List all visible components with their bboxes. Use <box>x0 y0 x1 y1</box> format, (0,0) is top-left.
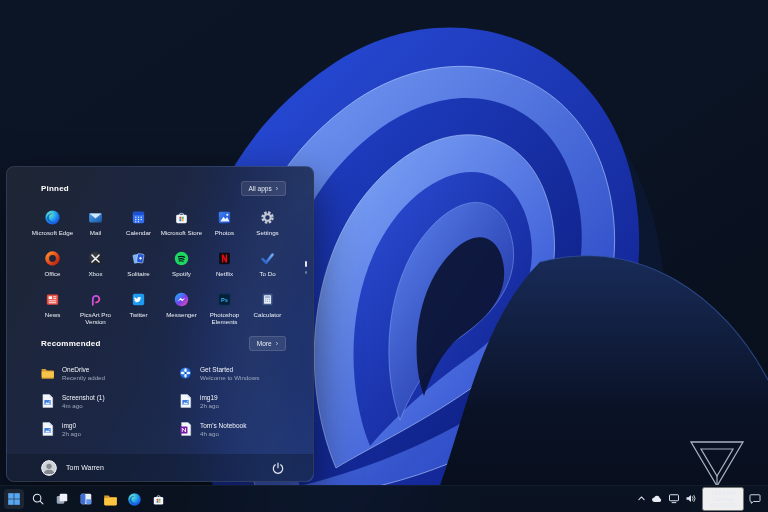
pinned-header: Pinned <box>41 184 69 193</box>
pinned-app-solitaire[interactable]: Solitaire <box>117 246 160 287</box>
pinned-app-picsart[interactable]: PicsArt Pro Version <box>74 287 117 335</box>
recommended-title: Tom's Notebook <box>200 422 246 429</box>
pinned-app-calculator[interactable]: Calculator <box>246 287 289 335</box>
recommended-subtitle: 2h ago <box>62 430 81 437</box>
photoshop-elements-icon: Ps <box>216 291 233 308</box>
app-label: Photoshop Elements <box>205 311 245 325</box>
search-button[interactable] <box>28 489 48 509</box>
chevron-right-icon: › <box>276 186 278 192</box>
recommended-item-toms-notebook[interactable]: Tom's Notebook 4h ago <box>179 415 303 443</box>
pinned-app-settings[interactable]: Settings <box>246 205 289 246</box>
calendar-icon <box>130 209 147 226</box>
settings-icon <box>259 209 276 226</box>
microsoft-store-icon <box>173 209 190 226</box>
image-file-icon <box>41 421 54 437</box>
widgets-button[interactable] <box>76 489 96 509</box>
pinned-app-to-do[interactable]: To Do <box>246 246 289 287</box>
recommended-subtitle: 4m ago <box>62 402 105 409</box>
notification-bubble-icon <box>749 493 761 504</box>
xbox-icon <box>87 250 104 267</box>
recommended-item-onedrive[interactable]: OneDrive Recently added <box>41 359 179 387</box>
taskbar: 12:54 PM Tuesday 6/15/2021 <box>0 485 768 512</box>
mail-icon <box>87 209 104 226</box>
start-button[interactable] <box>4 489 24 509</box>
pinned-app-grid: Microsoft Edge Mail <box>31 205 289 335</box>
store-taskbar-button[interactable] <box>148 489 168 509</box>
system-tray: 12:54 PM Tuesday 6/15/2021 <box>637 487 768 512</box>
clock-button[interactable]: 12:54 PM Tuesday 6/15/2021 <box>702 487 744 512</box>
pinned-app-spotify[interactable]: Spotify <box>160 246 203 287</box>
onedrive-cloud-icon <box>651 494 663 504</box>
more-button[interactable]: More › <box>249 336 286 351</box>
image-file-icon <box>179 393 192 409</box>
user-name: Tom Warren <box>66 464 104 471</box>
pinned-app-mail[interactable]: Mail <box>74 205 117 246</box>
photos-icon <box>216 209 233 226</box>
page-dot <box>305 271 308 274</box>
all-apps-label: All apps <box>249 185 272 192</box>
twitter-icon <box>130 291 147 308</box>
more-label: More <box>257 340 272 347</box>
task-view-button[interactable] <box>52 489 72 509</box>
file-explorer-button[interactable] <box>100 489 120 509</box>
messenger-icon <box>173 291 190 308</box>
recommended-item-img19[interactable]: img19 2h ago <box>179 387 303 415</box>
app-label: Microsoft Store <box>161 229 203 236</box>
pinned-app-news[interactable]: News <box>31 287 74 335</box>
power-icon <box>270 460 286 476</box>
app-label: To Do <box>259 270 275 277</box>
recommended-header-row: Recommended More › <box>41 336 286 351</box>
pinned-app-netflix[interactable]: Netflix <box>203 246 246 287</box>
pinned-app-microsoft-edge[interactable]: Microsoft Edge <box>31 205 74 246</box>
start-user-bar: Tom Warren <box>7 454 313 481</box>
news-icon <box>44 291 61 308</box>
pinned-app-xbox[interactable]: Xbox <box>74 246 117 287</box>
pinned-app-calendar[interactable]: Calendar <box>117 205 160 246</box>
edge-taskbar-button[interactable] <box>124 489 144 509</box>
all-apps-button[interactable]: All apps › <box>241 181 286 196</box>
spotify-icon <box>173 250 190 267</box>
network-tray-button[interactable] <box>668 493 680 504</box>
microsoft-edge-icon <box>44 209 61 226</box>
notifications-button[interactable] <box>749 493 761 504</box>
pinned-app-messenger[interactable]: Messenger <box>160 287 203 335</box>
office-icon <box>44 250 61 267</box>
file-explorer-icon <box>103 492 118 507</box>
image-file-icon <box>41 393 54 409</box>
app-label: Office <box>44 270 60 277</box>
netflix-icon <box>216 250 233 267</box>
chevron-right-icon: › <box>276 341 278 347</box>
user-avatar <box>41 460 57 476</box>
onenote-file-icon <box>179 421 192 437</box>
app-label: Spotify <box>172 270 191 277</box>
pinned-page-indicator[interactable] <box>305 261 308 274</box>
to-do-icon <box>259 250 276 267</box>
user-profile-button[interactable]: Tom Warren <box>41 460 104 476</box>
pinned-app-photoshop-elements[interactable]: Ps Photoshop Elements <box>203 287 246 335</box>
app-label: Xbox <box>88 270 102 277</box>
taskbar-buttons <box>0 489 168 509</box>
recommended-title: Screenshot (1) <box>62 394 105 401</box>
onedrive-tray-button[interactable] <box>651 494 663 504</box>
pinned-app-office[interactable]: Office <box>31 246 74 287</box>
network-icon <box>668 493 680 504</box>
tray-overflow-button[interactable] <box>637 494 646 503</box>
app-label: Messenger <box>166 311 197 318</box>
app-label: Calculator <box>254 311 282 318</box>
pinned-app-microsoft-store[interactable]: Microsoft Store <box>160 205 203 246</box>
app-label: Netflix <box>216 270 233 277</box>
recommended-title: img19 <box>200 394 219 401</box>
svg-text:Ps: Ps <box>221 297 228 303</box>
pinned-app-twitter[interactable]: Twitter <box>117 287 160 335</box>
recommended-item-get-started[interactable]: Get Started Welcome to Windows <box>179 359 303 387</box>
volume-tray-button[interactable] <box>685 493 697 504</box>
windows-start-icon <box>7 492 21 506</box>
recommended-item-img0[interactable]: img0 2h ago <box>41 415 179 443</box>
app-label: News <box>45 311 60 318</box>
app-label: Settings <box>256 229 278 236</box>
pinned-app-photos[interactable]: Photos <box>203 205 246 246</box>
app-label: Twitter <box>129 311 147 318</box>
power-button[interactable] <box>270 460 286 476</box>
recommended-item-screenshot-1[interactable]: Screenshot (1) 4m ago <box>41 387 179 415</box>
recommended-subtitle: 2h ago <box>200 402 219 409</box>
